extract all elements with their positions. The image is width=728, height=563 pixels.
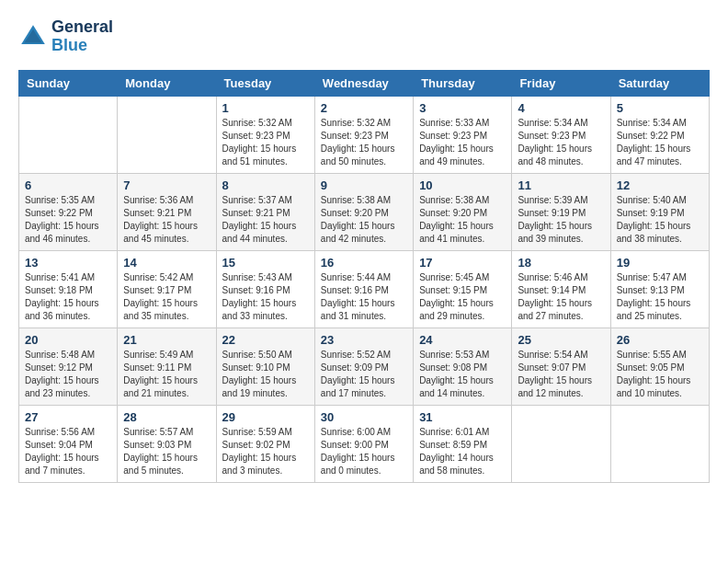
day-number: 13 (25, 256, 111, 270)
calendar-cell: 16Sunrise: 5:44 AM Sunset: 9:16 PM Dayli… (314, 250, 413, 327)
weekday-header-monday: Monday (118, 70, 216, 96)
calendar-cell: 26Sunrise: 5:55 AM Sunset: 9:05 PM Dayli… (610, 327, 709, 405)
day-number: 16 (321, 256, 407, 270)
calendar-cell: 3Sunrise: 5:33 AM Sunset: 9:23 PM Daylig… (414, 96, 512, 173)
day-number: 18 (518, 256, 604, 270)
calendar-cell: 4Sunrise: 5:34 AM Sunset: 9:23 PM Daylig… (512, 96, 610, 173)
calendar-cell: 6Sunrise: 5:35 AM Sunset: 9:22 PM Daylig… (19, 173, 118, 250)
calendar-cell: 21Sunrise: 5:49 AM Sunset: 9:11 PM Dayli… (118, 327, 216, 405)
day-number: 26 (617, 333, 703, 347)
logo-text-blue: Blue (51, 37, 113, 55)
calendar-cell: 19Sunrise: 5:47 AM Sunset: 9:13 PM Dayli… (610, 250, 709, 327)
day-info: Sunrise: 5:34 AM Sunset: 9:22 PM Dayligh… (617, 117, 703, 168)
day-info: Sunrise: 5:46 AM Sunset: 9:14 PM Dayligh… (518, 271, 604, 323)
day-number: 24 (419, 333, 506, 347)
day-number: 17 (419, 256, 506, 270)
calendar-week-row: 27Sunrise: 5:56 AM Sunset: 9:04 PM Dayli… (19, 405, 710, 482)
day-number: 2 (321, 101, 407, 115)
day-info: Sunrise: 5:54 AM Sunset: 9:07 PM Dayligh… (518, 349, 604, 400)
calendar-cell: 9Sunrise: 5:38 AM Sunset: 9:20 PM Daylig… (314, 173, 413, 250)
day-number: 21 (123, 333, 210, 347)
calendar-cell: 2Sunrise: 5:32 AM Sunset: 9:23 PM Daylig… (314, 96, 413, 173)
day-info: Sunrise: 5:49 AM Sunset: 9:11 PM Dayligh… (123, 349, 210, 400)
day-number: 20 (25, 333, 111, 347)
day-number: 27 (25, 410, 111, 424)
logo: General Blue (18, 18, 113, 55)
calendar-cell (610, 405, 709, 482)
calendar-cell: 23Sunrise: 5:52 AM Sunset: 9:09 PM Dayli… (314, 327, 413, 405)
calendar-cell (512, 405, 610, 482)
day-number: 30 (321, 410, 407, 424)
calendar-cell: 25Sunrise: 5:54 AM Sunset: 9:07 PM Dayli… (512, 327, 610, 405)
day-info: Sunrise: 5:50 AM Sunset: 9:10 PM Dayligh… (222, 349, 309, 400)
day-info: Sunrise: 5:57 AM Sunset: 9:03 PM Dayligh… (123, 426, 210, 477)
day-number: 11 (518, 178, 604, 192)
calendar-cell: 22Sunrise: 5:50 AM Sunset: 9:10 PM Dayli… (216, 327, 314, 405)
calendar-cell: 27Sunrise: 5:56 AM Sunset: 9:04 PM Dayli… (19, 405, 118, 482)
page-header: General Blue (18, 18, 710, 55)
day-info: Sunrise: 5:43 AM Sunset: 9:16 PM Dayligh… (222, 271, 309, 323)
calendar-cell: 18Sunrise: 5:46 AM Sunset: 9:14 PM Dayli… (512, 250, 610, 327)
day-number: 9 (321, 178, 407, 192)
day-info: Sunrise: 5:56 AM Sunset: 9:04 PM Dayligh… (25, 426, 111, 477)
weekday-header-saturday: Saturday (610, 70, 709, 96)
calendar-week-row: 20Sunrise: 5:48 AM Sunset: 9:12 PM Dayli… (19, 327, 710, 405)
calendar-cell: 13Sunrise: 5:41 AM Sunset: 9:18 PM Dayli… (19, 250, 118, 327)
calendar-cell: 1Sunrise: 5:32 AM Sunset: 9:23 PM Daylig… (216, 96, 314, 173)
day-number: 10 (419, 178, 506, 192)
day-info: Sunrise: 5:45 AM Sunset: 9:15 PM Dayligh… (419, 271, 506, 323)
day-number: 1 (222, 101, 309, 115)
day-info: Sunrise: 5:37 AM Sunset: 9:21 PM Dayligh… (222, 194, 309, 246)
day-info: Sunrise: 5:39 AM Sunset: 9:19 PM Dayligh… (518, 194, 604, 246)
day-info: Sunrise: 5:40 AM Sunset: 9:19 PM Dayligh… (617, 194, 703, 246)
weekday-header-row: SundayMondayTuesdayWednesdayThursdayFrid… (19, 70, 710, 96)
calendar-cell: 17Sunrise: 5:45 AM Sunset: 9:15 PM Dayli… (414, 250, 512, 327)
day-number: 19 (617, 256, 703, 270)
calendar-cell: 12Sunrise: 5:40 AM Sunset: 9:19 PM Dayli… (610, 173, 709, 250)
day-number: 28 (123, 410, 210, 424)
day-number: 15 (222, 256, 309, 270)
calendar-cell: 31Sunrise: 6:01 AM Sunset: 8:59 PM Dayli… (414, 405, 512, 482)
day-number: 7 (123, 178, 210, 192)
weekday-header-tuesday: Tuesday (216, 70, 314, 96)
day-info: Sunrise: 5:55 AM Sunset: 9:05 PM Dayligh… (617, 349, 703, 400)
day-info: Sunrise: 5:47 AM Sunset: 9:13 PM Dayligh… (617, 271, 703, 323)
day-number: 22 (222, 333, 309, 347)
calendar-table: SundayMondayTuesdayWednesdayThursdayFrid… (18, 70, 710, 483)
day-info: Sunrise: 6:01 AM Sunset: 8:59 PM Dayligh… (419, 426, 506, 477)
day-info: Sunrise: 5:59 AM Sunset: 9:02 PM Dayligh… (222, 426, 309, 477)
logo-text-general: General (51, 18, 113, 37)
day-info: Sunrise: 5:44 AM Sunset: 9:16 PM Dayligh… (321, 271, 407, 323)
weekday-header-sunday: Sunday (19, 70, 118, 96)
calendar-cell: 30Sunrise: 6:00 AM Sunset: 9:00 PM Dayli… (314, 405, 413, 482)
day-number: 25 (518, 333, 604, 347)
calendar-cell: 7Sunrise: 5:36 AM Sunset: 9:21 PM Daylig… (118, 173, 216, 250)
calendar-cell: 10Sunrise: 5:38 AM Sunset: 9:20 PM Dayli… (414, 173, 512, 250)
day-info: Sunrise: 5:42 AM Sunset: 9:17 PM Dayligh… (123, 271, 210, 323)
day-number: 14 (123, 256, 210, 270)
calendar-cell: 5Sunrise: 5:34 AM Sunset: 9:22 PM Daylig… (610, 96, 709, 173)
calendar-cell (118, 96, 216, 173)
weekday-header-thursday: Thursday (414, 70, 512, 96)
day-number: 31 (419, 410, 506, 424)
day-info: Sunrise: 5:48 AM Sunset: 9:12 PM Dayligh… (25, 349, 111, 400)
day-info: Sunrise: 5:36 AM Sunset: 9:21 PM Dayligh… (123, 194, 210, 246)
day-number: 8 (222, 178, 309, 192)
day-info: Sunrise: 6:00 AM Sunset: 9:00 PM Dayligh… (321, 426, 407, 477)
calendar-cell: 24Sunrise: 5:53 AM Sunset: 9:08 PM Dayli… (414, 327, 512, 405)
weekday-header-friday: Friday (512, 70, 610, 96)
calendar-cell: 28Sunrise: 5:57 AM Sunset: 9:03 PM Dayli… (118, 405, 216, 482)
calendar-cell: 8Sunrise: 5:37 AM Sunset: 9:21 PM Daylig… (216, 173, 314, 250)
day-info: Sunrise: 5:35 AM Sunset: 9:22 PM Dayligh… (25, 194, 111, 246)
day-info: Sunrise: 5:34 AM Sunset: 9:23 PM Dayligh… (518, 117, 604, 168)
calendar-cell (19, 96, 118, 173)
day-info: Sunrise: 5:32 AM Sunset: 9:23 PM Dayligh… (321, 117, 407, 168)
day-info: Sunrise: 5:53 AM Sunset: 9:08 PM Dayligh… (419, 349, 506, 400)
logo-icon (18, 22, 48, 52)
day-info: Sunrise: 5:38 AM Sunset: 9:20 PM Dayligh… (321, 194, 407, 246)
weekday-header-wednesday: Wednesday (314, 70, 413, 96)
day-info: Sunrise: 5:52 AM Sunset: 9:09 PM Dayligh… (321, 349, 407, 400)
day-number: 6 (25, 178, 111, 192)
day-info: Sunrise: 5:32 AM Sunset: 9:23 PM Dayligh… (222, 117, 309, 168)
day-info: Sunrise: 5:41 AM Sunset: 9:18 PM Dayligh… (25, 271, 111, 323)
